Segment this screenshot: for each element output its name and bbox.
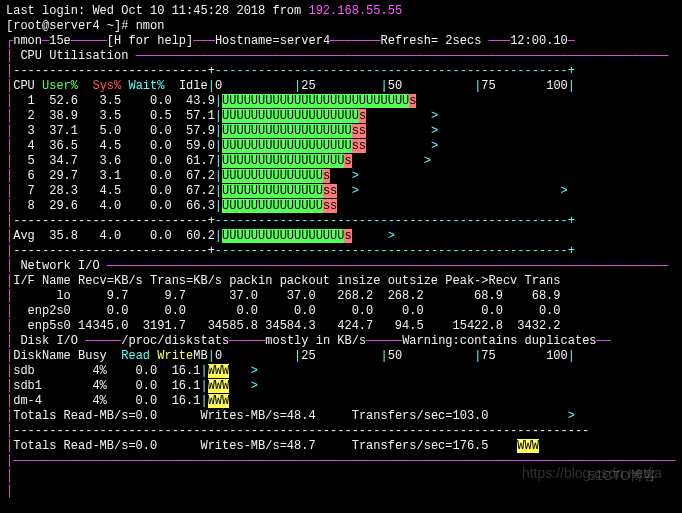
- cpu-row: │ 1 52.6 3.5 0.0 43.9|UUUUUUUUUUUUUUUUUU…: [6, 94, 676, 109]
- net-row: │ enp5s0 14345.0 3191.7 34585.8 34584.3 …: [6, 319, 676, 334]
- blank-2: │: [6, 484, 676, 499]
- cpu-row: │ 8 29.6 4.0 0.0 66.3|UUUUUUUUUUUUUUss: [6, 199, 676, 214]
- disk-totals-2: │Totals Read-MB/s=0.0 Writes-MB/s=48.7 T…: [6, 439, 676, 454]
- disk-row: │dm-4 4% 0.0 16.1|WWW: [6, 394, 676, 409]
- section-net: │ Network I/O ──────────────────────────…: [6, 259, 676, 274]
- disk-rows: │sdb 4% 0.0 16.1|WWW >│sdb1 4% 0.0 16.1|…: [6, 364, 676, 409]
- net-row: │ enp2s0 0.0 0.0 0.0 0.0 0.0 0.0 0.0 0.0: [6, 304, 676, 319]
- disk-totals-1: │Totals Read-MB/s=0.0 Writes-MB/s=48.4 T…: [6, 409, 676, 424]
- nmon-header: ┌nmon─15e─────[H for help]───Hostname=se…: [6, 34, 676, 49]
- cpu-rows: │ 1 52.6 3.5 0.0 43.9|UUUUUUUUUUUUUUUUUU…: [6, 94, 676, 214]
- disk-row: │sdb1 4% 0.0 16.1|WWW >: [6, 379, 676, 394]
- cpu-row: │ 7 28.3 4.5 0.0 67.2|UUUUUUUUUUUUUUss >…: [6, 184, 676, 199]
- disk-row: │sdb 4% 0.0 16.1|WWW >: [6, 364, 676, 379]
- disk-dashes-bot: │───────────────────────────────────────…: [6, 454, 676, 469]
- disk-columns: │DiskName Busy Read WriteMB|0 |25 |50 |7…: [6, 349, 676, 364]
- net-row: │ lo 9.7 9.7 37.0 37.0 268.2 268.2 68.9 …: [6, 289, 676, 304]
- blank-1: │: [6, 469, 676, 484]
- cpu-columns: │CPU User% Sys% Wait% Idle|0 |25 |50 |75…: [6, 79, 676, 94]
- cpu-avg-row: │Avg 35.8 4.0 0.0 60.2|UUUUUUUUUUUUUUUUU…: [6, 229, 676, 244]
- cpu-row: │ 6 29.7 3.1 0.0 67.2|UUUUUUUUUUUUUUs >: [6, 169, 676, 184]
- last-login: Last login: Wed Oct 10 11:45:28 2018 fro…: [6, 4, 676, 19]
- terminal[interactable]: Last login: Wed Oct 10 11:45:28 2018 fro…: [6, 4, 676, 499]
- cpu-dashes-top: │---------------------------+-----------…: [6, 64, 676, 79]
- cpu-row: │ 3 37.1 5.0 0.0 57.9|UUUUUUUUUUUUUUUUUU…: [6, 124, 676, 139]
- disk-dashes-mid: │---------------------------------------…: [6, 424, 676, 439]
- net-rows: │ lo 9.7 9.7 37.0 37.0 268.2 268.2 68.9 …: [6, 289, 676, 334]
- cpu-dashes-mid: │---------------------------+-----------…: [6, 214, 676, 229]
- cpu-row: │ 2 38.9 3.5 0.5 57.1|UUUUUUUUUUUUUUUUUU…: [6, 109, 676, 124]
- section-disk: │ Disk I/O ─────/proc/diskstats─────most…: [6, 334, 676, 349]
- cpu-row: │ 4 36.5 4.5 0.0 59.0|UUUUUUUUUUUUUUUUUU…: [6, 139, 676, 154]
- cpu-row: │ 5 34.7 3.6 0.0 61.7|UUUUUUUUUUUUUUUUUs…: [6, 154, 676, 169]
- net-header: │I/F Name Recv=KB/s Trans=KB/s packin pa…: [6, 274, 676, 289]
- cpu-avg: │Avg 35.8 4.0 0.0 60.2|UUUUUUUUUUUUUUUUU…: [6, 229, 676, 244]
- cpu-dashes-bot: │---------------------------+-----------…: [6, 244, 676, 259]
- prompt-line[interactable]: [root@server4 ~]# nmon: [6, 19, 676, 34]
- section-cpu: │ CPU Utilisation ──────────────────────…: [6, 49, 676, 64]
